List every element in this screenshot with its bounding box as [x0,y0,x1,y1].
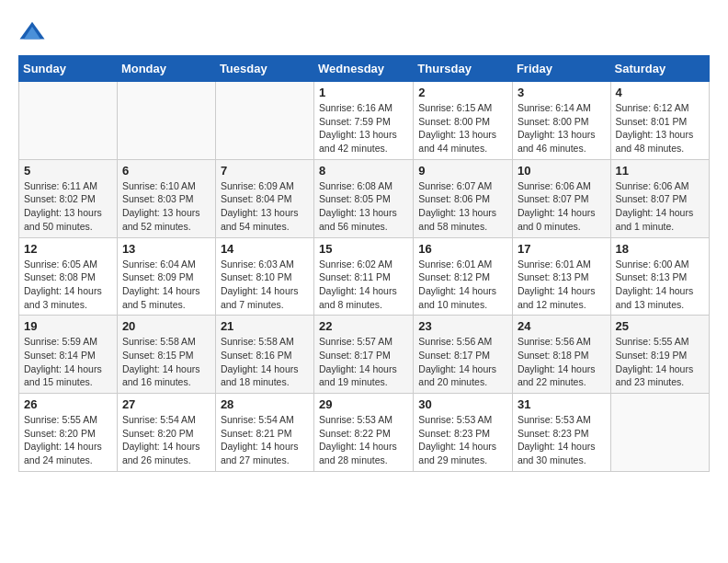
day-info: Sunrise: 6:08 AMSunset: 8:05 PMDaylight:… [319,179,408,234]
week-row-5: 26Sunrise: 5:55 AMSunset: 8:20 PMDayligh… [19,394,710,472]
day-info: Sunrise: 6:11 AMSunset: 8:02 PMDaylight:… [24,179,112,234]
day-info: Sunrise: 5:57 AMSunset: 8:17 PMDaylight:… [319,335,408,389]
calendar-cell: 12Sunrise: 6:05 AMSunset: 8:08 PMDayligh… [19,237,118,316]
day-number: 17 [518,242,606,256]
day-number: 28 [221,397,309,411]
calendar-cell [117,82,215,160]
calendar-cell: 20Sunrise: 5:58 AMSunset: 8:15 PMDayligh… [117,316,215,394]
day-number: 30 [418,397,507,411]
day-info: Sunrise: 5:55 AMSunset: 8:19 PMDaylight:… [616,335,704,389]
page-header [18,18,710,46]
day-info: Sunrise: 6:12 AMSunset: 8:01 PMDaylight:… [616,101,704,155]
day-info: Sunrise: 5:56 AMSunset: 8:17 PMDaylight:… [418,335,507,389]
day-number: 26 [24,397,112,411]
calendar-cell: 14Sunrise: 6:03 AMSunset: 8:10 PMDayligh… [215,237,313,316]
calendar-cell: 1Sunrise: 6:16 AMSunset: 7:59 PMDaylight… [314,82,414,160]
day-number: 6 [122,164,210,178]
day-number: 20 [122,319,210,333]
calendar-cell [215,82,313,160]
day-info: Sunrise: 6:01 AMSunset: 8:13 PMDaylight:… [518,258,606,312]
day-info: Sunrise: 6:05 AMSunset: 8:08 PMDaylight:… [24,258,112,312]
logo-icon [18,18,46,46]
day-info: Sunrise: 6:09 AMSunset: 8:04 PMDaylight:… [221,179,309,234]
weekday-header-wednesday: Wednesday [314,56,414,82]
weekday-header-row: SundayMondayTuesdayWednesdayThursdayFrid… [19,56,710,82]
calendar-cell [610,394,709,472]
calendar-cell: 27Sunrise: 5:54 AMSunset: 8:20 PMDayligh… [117,394,215,472]
day-number: 12 [24,242,112,256]
weekday-header-saturday: Saturday [610,56,709,82]
calendar-cell: 23Sunrise: 5:56 AMSunset: 8:17 PMDayligh… [414,316,513,394]
day-number: 8 [319,164,408,178]
day-number: 9 [418,164,507,178]
calendar-cell: 16Sunrise: 6:01 AMSunset: 8:12 PMDayligh… [414,237,513,316]
day-info: Sunrise: 5:53 AMSunset: 8:23 PMDaylight:… [518,413,606,467]
day-info: Sunrise: 6:00 AMSunset: 8:13 PMDaylight:… [616,258,704,312]
day-info: Sunrise: 5:58 AMSunset: 8:16 PMDaylight:… [221,335,309,389]
week-row-3: 12Sunrise: 6:05 AMSunset: 8:08 PMDayligh… [19,237,710,316]
day-info: Sunrise: 6:01 AMSunset: 8:12 PMDaylight:… [418,258,507,312]
week-row-1: 1Sunrise: 6:16 AMSunset: 7:59 PMDaylight… [19,82,710,160]
calendar-cell: 26Sunrise: 5:55 AMSunset: 8:20 PMDayligh… [19,394,118,472]
calendar-cell: 22Sunrise: 5:57 AMSunset: 8:17 PMDayligh… [314,316,414,394]
day-info: Sunrise: 6:10 AMSunset: 8:03 PMDaylight:… [122,179,210,234]
calendar-cell: 30Sunrise: 5:53 AMSunset: 8:23 PMDayligh… [414,394,513,472]
weekday-header-tuesday: Tuesday [215,56,313,82]
weekday-header-monday: Monday [117,56,215,82]
day-info: Sunrise: 6:15 AMSunset: 8:00 PMDaylight:… [418,101,507,155]
day-info: Sunrise: 5:53 AMSunset: 8:22 PMDaylight:… [319,413,408,467]
calendar-cell [19,82,118,160]
week-row-2: 5Sunrise: 6:11 AMSunset: 8:02 PMDaylight… [19,159,710,237]
day-info: Sunrise: 5:54 AMSunset: 8:21 PMDaylight:… [221,413,309,467]
day-info: Sunrise: 5:59 AMSunset: 8:14 PMDaylight:… [24,335,112,389]
day-info: Sunrise: 6:02 AMSunset: 8:11 PMDaylight:… [319,258,408,312]
day-number: 3 [518,86,606,99]
day-number: 16 [418,242,507,256]
day-number: 27 [122,397,210,411]
day-number: 18 [616,242,704,256]
day-number: 11 [616,164,704,178]
day-info: Sunrise: 5:55 AMSunset: 8:20 PMDaylight:… [24,413,112,467]
day-number: 7 [221,164,309,178]
day-info: Sunrise: 6:04 AMSunset: 8:09 PMDaylight:… [122,258,210,312]
calendar-cell: 8Sunrise: 6:08 AMSunset: 8:05 PMDaylight… [314,159,414,237]
day-number: 14 [221,242,309,256]
calendar-cell: 25Sunrise: 5:55 AMSunset: 8:19 PMDayligh… [610,316,709,394]
day-number: 1 [319,86,408,99]
weekday-header-friday: Friday [512,56,610,82]
day-info: Sunrise: 5:58 AMSunset: 8:15 PMDaylight:… [122,335,210,389]
day-number: 13 [122,242,210,256]
day-number: 21 [221,319,309,333]
day-number: 4 [616,86,704,99]
day-info: Sunrise: 6:06 AMSunset: 8:07 PMDaylight:… [518,179,606,234]
day-number: 31 [518,397,606,411]
calendar-cell: 11Sunrise: 6:06 AMSunset: 8:07 PMDayligh… [610,159,709,237]
calendar-cell: 28Sunrise: 5:54 AMSunset: 8:21 PMDayligh… [215,394,313,472]
day-number: 19 [24,319,112,333]
weekday-header-sunday: Sunday [19,56,118,82]
calendar-cell: 19Sunrise: 5:59 AMSunset: 8:14 PMDayligh… [19,316,118,394]
day-number: 29 [319,397,408,411]
calendar-cell: 2Sunrise: 6:15 AMSunset: 8:00 PMDaylight… [414,82,513,160]
calendar: SundayMondayTuesdayWednesdayThursdayFrid… [18,55,710,472]
day-number: 15 [319,242,408,256]
calendar-cell: 29Sunrise: 5:53 AMSunset: 8:22 PMDayligh… [314,394,414,472]
calendar-cell: 18Sunrise: 6:00 AMSunset: 8:13 PMDayligh… [610,237,709,316]
calendar-cell: 4Sunrise: 6:12 AMSunset: 8:01 PMDaylight… [610,82,709,160]
day-info: Sunrise: 5:54 AMSunset: 8:20 PMDaylight:… [122,413,210,467]
day-info: Sunrise: 6:06 AMSunset: 8:07 PMDaylight:… [616,179,704,234]
calendar-cell: 7Sunrise: 6:09 AMSunset: 8:04 PMDaylight… [215,159,313,237]
day-number: 24 [518,319,606,333]
day-info: Sunrise: 6:16 AMSunset: 7:59 PMDaylight:… [319,101,408,155]
calendar-cell: 24Sunrise: 5:56 AMSunset: 8:18 PMDayligh… [512,316,610,394]
day-number: 2 [418,86,507,99]
calendar-cell: 9Sunrise: 6:07 AMSunset: 8:06 PMDaylight… [414,159,513,237]
calendar-cell: 5Sunrise: 6:11 AMSunset: 8:02 PMDaylight… [19,159,118,237]
calendar-cell: 13Sunrise: 6:04 AMSunset: 8:09 PMDayligh… [117,237,215,316]
day-number: 25 [616,319,704,333]
day-number: 22 [319,319,408,333]
day-info: Sunrise: 6:03 AMSunset: 8:10 PMDaylight:… [221,258,309,312]
day-info: Sunrise: 6:07 AMSunset: 8:06 PMDaylight:… [418,179,507,234]
weekday-header-thursday: Thursday [414,56,513,82]
calendar-cell: 10Sunrise: 6:06 AMSunset: 8:07 PMDayligh… [512,159,610,237]
